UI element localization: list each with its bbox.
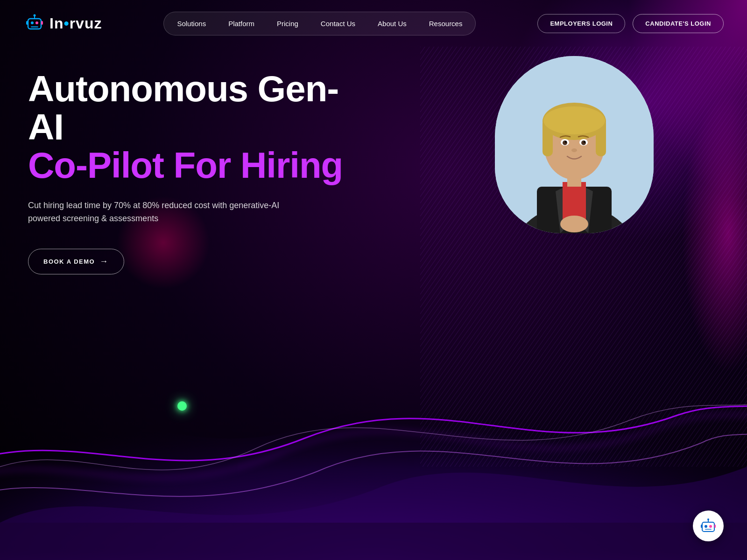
navbar: In•rvuz Solutions Platform Pricing Conta… — [0, 0, 747, 47]
nav-about[interactable]: About Us — [367, 16, 417, 31]
svg-point-22 — [543, 106, 605, 134]
svg-point-26 — [581, 140, 586, 145]
logo-text: In•rvuz — [49, 15, 102, 32]
logo[interactable]: In•rvuz — [23, 12, 102, 35]
nav-solutions[interactable]: Solutions — [167, 16, 216, 31]
nav-platform[interactable]: Platform — [218, 16, 265, 31]
svg-rect-0 — [0, 523, 747, 560]
person-avatar — [495, 56, 654, 233]
nav-links: Solutions Platform Pricing Contact Us Ab… — [163, 12, 476, 35]
chatbot-robot-icon — [699, 517, 718, 535]
svg-rect-36 — [705, 529, 712, 530]
svg-point-29 — [571, 148, 577, 152]
candidate-login-button[interactable]: CANDIDATE'S LOGIN — [633, 14, 724, 33]
employers-login-button[interactable]: EMPLOYERS LOGIN — [537, 14, 625, 33]
arrow-right-icon: → — [99, 257, 109, 266]
svg-rect-10 — [41, 21, 43, 25]
svg-point-27 — [565, 141, 567, 143]
chatbot-icon[interactable] — [693, 511, 724, 541]
svg-point-28 — [584, 141, 585, 143]
svg-rect-8 — [31, 26, 38, 28]
book-demo-button[interactable]: BOOK A DEMO → — [28, 249, 124, 274]
avatar-container — [495, 56, 663, 257]
background-green-dot — [177, 401, 187, 411]
svg-point-5 — [35, 21, 38, 24]
nav-contact[interactable]: Contact Us — [310, 16, 366, 31]
svg-point-25 — [563, 140, 567, 145]
svg-point-4 — [31, 21, 34, 24]
svg-point-7 — [34, 14, 36, 17]
hero-section: Autonomous Gen-AI Co-Pilot For Hiring Cu… — [28, 70, 355, 274]
hero-subtitle: Cut hiring lead time by 70% at 80% reduc… — [28, 199, 280, 226]
svg-point-33 — [709, 525, 712, 528]
nav-resources[interactable]: Resources — [419, 16, 473, 31]
svg-rect-31 — [702, 522, 714, 532]
avatar-circle — [495, 56, 654, 233]
svg-point-35 — [707, 518, 709, 520]
hero-title-line2: Co-Pilot For Hiring — [28, 147, 355, 185]
svg-rect-9 — [26, 21, 28, 25]
book-demo-label: BOOK A DEMO — [43, 258, 95, 265]
svg-point-32 — [705, 525, 707, 528]
svg-rect-38 — [714, 525, 716, 528]
nav-pricing[interactable]: Pricing — [267, 16, 309, 31]
svg-rect-37 — [701, 525, 702, 528]
nav-buttons: EMPLOYERS LOGIN CANDIDATE'S LOGIN — [537, 14, 724, 33]
logo-icon — [23, 12, 46, 35]
hero-title-line1: Autonomous Gen-AI — [28, 70, 355, 147]
svg-point-30 — [560, 216, 588, 232]
svg-rect-16 — [563, 182, 586, 219]
